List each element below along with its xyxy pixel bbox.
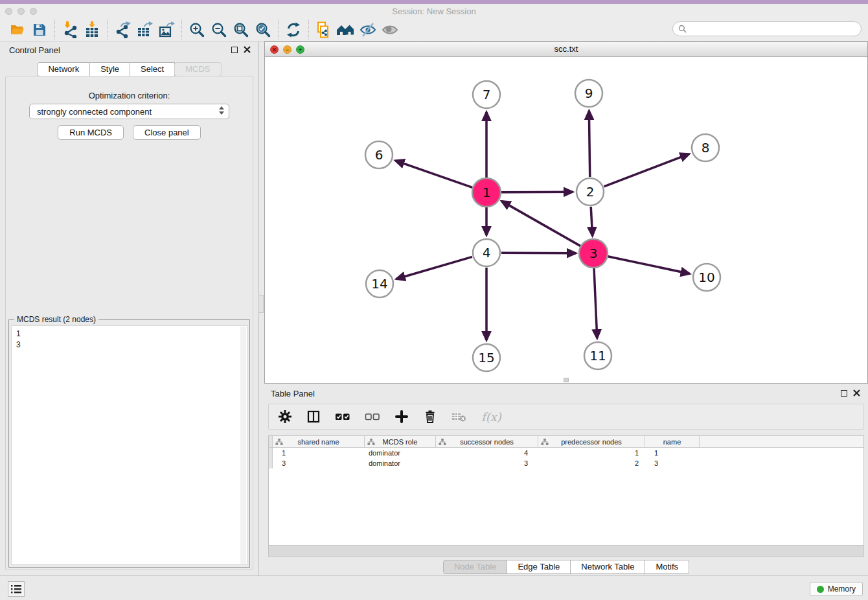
graph-edge-2-8[interactable] <box>604 154 689 187</box>
table-cell[interactable]: 1 <box>645 449 700 457</box>
graph-node-6[interactable]: 6 <box>365 141 393 168</box>
show-all-button[interactable] <box>379 20 401 40</box>
zoom-out-button[interactable] <box>208 20 230 40</box>
table-cell[interactable]: 3 <box>273 459 365 467</box>
import-network-button[interactable] <box>59 20 81 40</box>
network-graph: 1234678910111415 <box>265 57 867 383</box>
function-builder-icon[interactable]: f(x) <box>481 410 501 424</box>
float-table-panel-icon[interactable] <box>841 390 847 397</box>
column-header-successor-nodes[interactable]: successor nodes <box>436 436 538 447</box>
export-table-button[interactable] <box>133 20 155 40</box>
mcds-result-text: 1 3 <box>12 326 247 351</box>
memory-button[interactable]: Memory <box>810 582 863 596</box>
delete-table-icon[interactable] <box>451 410 467 424</box>
table-options-gear-icon[interactable] <box>278 410 292 424</box>
graph-node-14[interactable]: 14 <box>366 270 393 297</box>
table-cell[interactable]: dominator <box>365 449 436 457</box>
export-network-button[interactable] <box>111 20 133 40</box>
delete-columns-trash-icon[interactable] <box>423 410 437 424</box>
graph-node-7[interactable]: 7 <box>473 81 500 108</box>
table-row[interactable]: 3dominator323 <box>269 458 863 468</box>
column-header-name[interactable]: name <box>645 436 700 447</box>
graph-edge-3-11[interactable] <box>594 268 597 338</box>
zoom-fit-button[interactable] <box>230 20 252 40</box>
close-table-panel-icon[interactable] <box>853 389 860 397</box>
add-column-icon[interactable] <box>394 410 409 424</box>
canvas-resize-grip[interactable] <box>564 378 569 382</box>
table-cell[interactable]: 2 <box>538 459 645 467</box>
apply-layout-button[interactable] <box>282 20 304 40</box>
node-table-body: 1dominator4113dominator323 <box>269 448 863 468</box>
column-header-predecessor-nodes[interactable]: predecessor nodes <box>538 436 645 447</box>
network-window-title: scc.txt <box>265 44 867 54</box>
graph-node-4[interactable]: 4 <box>473 239 500 266</box>
home-button[interactable] <box>335 20 357 40</box>
graph-edge-4-3[interactable] <box>501 253 576 253</box>
network-canvas[interactable]: 1234678910111415 <box>265 57 867 383</box>
float-panel-icon[interactable] <box>231 47 238 53</box>
graph-node-9[interactable]: 9 <box>575 80 602 107</box>
network-window-titlebar[interactable]: ✕ − + scc.txt <box>265 42 867 57</box>
open-session-button[interactable] <box>6 20 29 40</box>
zoom-selected-button[interactable] <box>252 20 274 40</box>
select-all-columns-icon[interactable] <box>335 410 350 424</box>
export-image-button[interactable] <box>155 20 177 40</box>
homes-icon <box>336 21 356 38</box>
search-field[interactable] <box>672 21 862 36</box>
graph-edge-1-2[interactable] <box>501 192 573 192</box>
svg-text:1: 1 <box>483 185 491 200</box>
unselect-all-columns-icon[interactable] <box>365 410 380 424</box>
hide-selected-button[interactable] <box>357 20 379 40</box>
tab-network-table[interactable]: Network Table <box>571 560 645 574</box>
graph-edge-3-10[interactable] <box>608 257 690 274</box>
run-mcds-button[interactable]: Run MCDS <box>58 125 124 140</box>
table-row[interactable]: 1dominator411 <box>269 448 863 458</box>
graph-node-11[interactable]: 11 <box>584 342 611 369</box>
criterion-dropdown[interactable]: strongly connected component <box>29 104 229 119</box>
mcds-result-area[interactable]: 1 3 <box>11 325 247 565</box>
graph-node-15[interactable]: 15 <box>473 344 500 371</box>
column-header-mcds-role[interactable]: MCDS role <box>365 436 436 447</box>
column-header-shared-name[interactable]: shared name <box>273 436 365 447</box>
table-cell[interactable]: 3 <box>645 459 700 467</box>
table-toolbar: f(x) <box>268 404 864 430</box>
table-cell[interactable]: 3 <box>436 459 538 467</box>
graph-edge-2-3[interactable] <box>591 207 592 236</box>
table-cell[interactable]: 4 <box>436 449 538 457</box>
tab-select[interactable]: Select <box>130 62 175 76</box>
graph-edge-4-14[interactable] <box>396 257 472 279</box>
search-input[interactable] <box>690 25 856 34</box>
result-scrollbar[interactable] <box>240 327 246 564</box>
table-cell[interactable]: 1 <box>273 449 365 457</box>
graph-node-10[interactable]: 10 <box>693 264 720 291</box>
graph-edge-2-9[interactable] <box>589 111 589 177</box>
graph-node-3[interactable]: 3 <box>579 239 608 268</box>
close-panel-icon[interactable] <box>244 46 251 53</box>
close-panel-button[interactable]: Close panel <box>133 125 201 140</box>
list-icon <box>10 584 22 594</box>
network-from-selection-button[interactable] <box>313 20 335 40</box>
tab-node-table[interactable]: Node Table <box>443 560 508 574</box>
tab-mcds[interactable]: MCDS <box>174 62 221 76</box>
table-cell[interactable]: 1 <box>538 449 645 457</box>
mcds-result-group: MCDS result (2 nodes) 1 3 <box>8 319 250 568</box>
control-panel-tabs: Network Style Select MCDS <box>0 62 258 76</box>
column-type-icon <box>541 438 549 446</box>
show-columns-icon[interactable] <box>306 410 321 424</box>
graph-node-2[interactable]: 2 <box>577 178 604 205</box>
graph-node-8[interactable]: 8 <box>692 134 719 161</box>
graph-node-1[interactable]: 1 <box>472 178 501 207</box>
zoom-in-button[interactable] <box>186 20 208 40</box>
graph-edge-1-6[interactable] <box>395 161 472 188</box>
import-table-button[interactable] <box>81 20 103 40</box>
show-panels-button[interactable] <box>8 581 25 597</box>
save-session-button[interactable] <box>29 20 51 40</box>
vertical-splitter-grip[interactable] <box>258 295 264 313</box>
svg-text:10: 10 <box>698 270 714 285</box>
tab-motifs[interactable]: Motifs <box>645 560 689 574</box>
tab-edge-table[interactable]: Edge Table <box>507 560 571 574</box>
tab-style[interactable]: Style <box>90 62 130 76</box>
graph-edge-3-1[interactable] <box>501 201 580 246</box>
tab-network[interactable]: Network <box>37 62 90 76</box>
table-cell[interactable]: dominator <box>365 459 436 467</box>
